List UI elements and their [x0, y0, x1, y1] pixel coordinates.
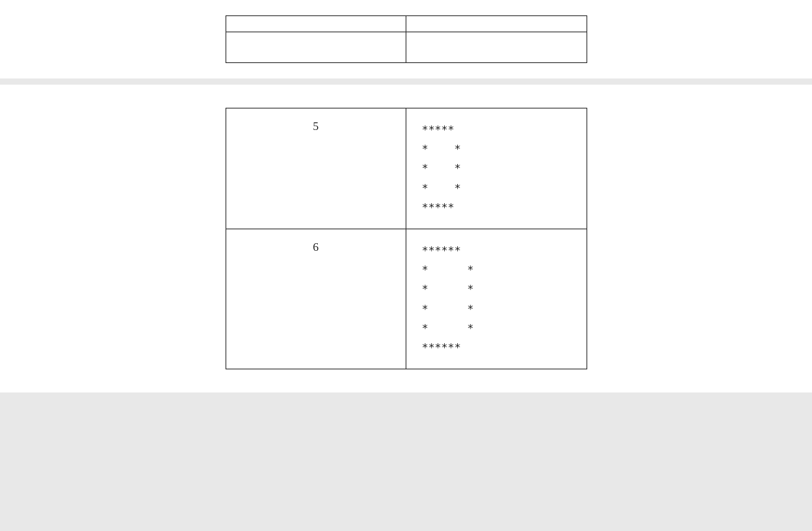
sample-input-header [226, 16, 406, 32]
output-line: * * [422, 139, 571, 159]
table-row: 5****** ** ** ****** [226, 109, 586, 229]
output-line: ***** [422, 120, 571, 139]
header-table [226, 15, 587, 63]
input-cell-0: 5 [226, 109, 406, 229]
output-line: ****** [422, 241, 571, 260]
top-section [0, 0, 812, 78]
bottom-section: 5****** ** ** ******6******* ** ** ** **… [0, 85, 812, 392]
table-row: 6******* ** ** ** ******* [226, 229, 586, 369]
output-line: ***** [422, 198, 571, 217]
sample-output-header [406, 16, 587, 32]
data-table: 5****** ** ** ******6******* ** ** ** **… [226, 108, 587, 369]
output-line: * * [422, 299, 571, 319]
output-line: * * [422, 319, 571, 338]
input-cell-1: 6 [226, 229, 406, 369]
output-cell-0: ****** ** ** ****** [406, 109, 587, 229]
output-line: * * [422, 179, 571, 198]
output-line: * * [422, 159, 571, 178]
output-line: ****** [422, 338, 571, 357]
output-line: * * [422, 279, 571, 299]
output-line: * * [422, 260, 571, 279]
output-cell-1: ******* ** ** ** ******* [406, 229, 587, 369]
